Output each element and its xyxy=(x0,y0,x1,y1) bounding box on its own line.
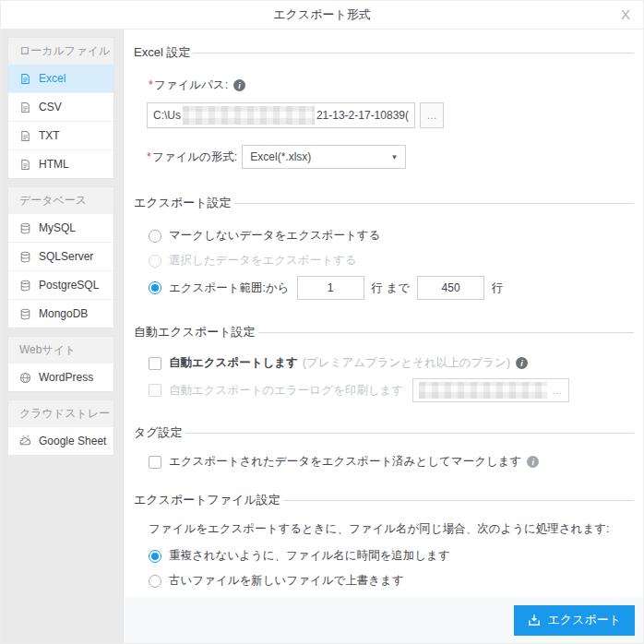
sidebar-item-csv[interactable]: CSV xyxy=(8,92,113,121)
info-icon[interactable]: i xyxy=(527,456,539,468)
sidebar-item-label: HTML xyxy=(39,158,69,171)
sidebar-group-website: Webサイト WordPress xyxy=(8,337,113,391)
section-rule xyxy=(193,53,634,54)
sidebar-group-local-files: ローカルファイル Excel CSV TXT HTML xyxy=(8,38,113,178)
sidebar-item-label: Google Sheet xyxy=(39,435,106,447)
section-title: Excel 設定 xyxy=(134,44,190,61)
file-path-label-row: *ファイルパス: i xyxy=(149,78,634,93)
redacted-path-blur xyxy=(183,106,315,125)
download-icon xyxy=(528,614,541,626)
radio-label: 古いファイルを新しいファイルで上書きます xyxy=(169,573,404,589)
section-rule xyxy=(185,433,634,434)
checkbox-row-mark-exported[interactable]: エクスポートされたデータをエクスポート済みとしてマークします i xyxy=(149,454,634,470)
radio-label: マークしないデータをエクスポートする xyxy=(169,228,380,244)
radio-export-range[interactable] xyxy=(149,281,161,294)
cloud-icon xyxy=(19,435,31,447)
file-icon xyxy=(19,73,31,85)
checkbox-label: エクスポートされたデータをエクスポート済みとしてマークします xyxy=(169,454,521,470)
dialog-titlebar: エクスポート形式 X xyxy=(1,1,643,30)
sidebar-group-database: データベース MySQL SQLServer PostgreSQL MongoD… xyxy=(8,187,113,328)
sidebar-item-txt[interactable]: TXT xyxy=(8,121,113,149)
sidebar-group-header: Webサイト xyxy=(8,337,113,363)
radio-row-add-time[interactable]: 重複されないように、ファイル名に時間を追加します xyxy=(149,548,634,564)
radio-row-selected-data[interactable]: 選択したデータをエクスポートする xyxy=(149,253,634,268)
database-icon xyxy=(19,222,31,234)
range-from-input[interactable]: 1 xyxy=(297,276,364,300)
sidebar-group-header: クラウドストレージ xyxy=(8,400,113,426)
file-format-select[interactable]: Excel(*.xlsx) ▼ xyxy=(242,145,406,169)
sidebar-group-cloud-storage: クラウドストレージ Google Sheet xyxy=(8,400,113,455)
range-mid-label: 行 まで xyxy=(372,280,411,296)
section-rule xyxy=(283,500,634,501)
file-icon xyxy=(19,159,31,171)
sidebar-item-wordpress[interactable]: WordPress xyxy=(8,363,113,391)
file-format-label: ファイルの形式: xyxy=(152,150,237,163)
sidebar-item-label: Excel xyxy=(39,72,66,85)
browse-path-button[interactable]: … xyxy=(420,102,444,128)
checkbox-row-auto-export[interactable]: 自動エクスポートします (プレミアムプランとそれ以上のプラン) i xyxy=(149,355,634,371)
section-excel-settings: Excel 設定 xyxy=(134,44,634,61)
radio-unmarked-data[interactable] xyxy=(149,230,161,243)
sidebar-group-header: データベース xyxy=(8,187,113,213)
sidebar-item-mongodb[interactable]: MongoDB xyxy=(8,299,113,328)
radio-add-time[interactable] xyxy=(149,550,161,563)
sidebar-item-postgresql[interactable]: PostgreSQL xyxy=(8,270,113,299)
sidebar-item-label: WordPress xyxy=(39,371,93,384)
file-path-row: C:\Us 21-13-2-17-10839( … xyxy=(147,102,634,128)
export-file-description-row: ファイルをエクスポートするときに、ファイル名が同じ場合、次のように処理されます: xyxy=(149,521,634,537)
sidebar-item-html[interactable]: HTML xyxy=(8,149,113,178)
export-format-dialog: エクスポート形式 X ローカルファイル Excel CSV TXT HTML xyxy=(0,0,644,644)
radio-row-overwrite[interactable]: 古いファイルを新しいファイルで上書きます xyxy=(149,573,634,589)
file-path-label: ファイルパス: xyxy=(154,78,228,91)
file-format-value: Excel(*.xlsx) xyxy=(250,150,311,163)
range-to-input[interactable]: 450 xyxy=(417,276,484,300)
export-button[interactable]: エクスポート xyxy=(514,605,635,636)
browse-log-button[interactable]: … xyxy=(549,385,565,396)
database-icon xyxy=(19,280,31,292)
checkbox-error-log[interactable] xyxy=(149,384,161,397)
range-label: エクスポート範囲:から xyxy=(169,280,290,296)
section-title: エクスポート設定 xyxy=(134,195,232,211)
sidebar-item-excel[interactable]: Excel xyxy=(8,64,113,92)
radio-selected-data[interactable] xyxy=(149,255,161,268)
info-icon[interactable]: i xyxy=(233,79,245,91)
section-title: エクスポートファイル設定 xyxy=(134,492,280,508)
dialog-footer: エクスポート xyxy=(125,597,643,643)
sidebar-item-label: PostgreSQL xyxy=(39,279,99,292)
sidebar-item-label: MongoDB xyxy=(39,307,88,320)
file-format-row: *ファイルの形式: Excel(*.xlsx) ▼ xyxy=(147,145,634,169)
error-log-path-input[interactable]: … xyxy=(412,378,569,402)
export-file-description: ファイルをエクスポートするときに、ファイル名が同じ場合、次のように処理されます: xyxy=(149,521,609,537)
file-path-suffix: 21-13-2-17-10839( xyxy=(316,109,409,122)
file-icon xyxy=(19,101,31,113)
required-mark: * xyxy=(149,78,153,91)
section-title: 自動エクスポート設定 xyxy=(134,324,256,340)
radio-row-export-range[interactable]: エクスポート範囲:から 1 行 まで 450 行 xyxy=(149,276,634,300)
sidebar-item-label: TXT xyxy=(39,129,60,142)
sidebar-item-label: SQLServer xyxy=(39,250,93,263)
close-icon[interactable]: X xyxy=(621,6,630,24)
sidebar-item-label: MySQL xyxy=(39,221,76,234)
radio-label: 選択したデータをエクスポートする xyxy=(169,253,357,268)
export-settings-panel: Excel 設定 *ファイルパス: i C:\Us 21-13-2-17-108… xyxy=(125,30,643,597)
radio-row-unmarked-data[interactable]: マークしないデータをエクスポートする xyxy=(149,228,634,244)
section-tag-settings: タグ設定 xyxy=(134,424,634,441)
checkbox-label: 自動エクスポートします xyxy=(169,355,298,371)
premium-note: (プレミアムプランとそれ以上のプラン) xyxy=(303,355,510,371)
sidebar-group-header: ローカルファイル xyxy=(8,38,113,64)
database-icon xyxy=(19,251,31,263)
required-mark: * xyxy=(147,150,151,163)
radio-label: 重複されないように、ファイル名に時間を追加します xyxy=(169,548,450,564)
file-path-input[interactable]: C:\Us 21-13-2-17-10839( xyxy=(147,102,415,128)
info-icon[interactable]: i xyxy=(516,357,528,369)
globe-icon xyxy=(19,372,31,384)
checkbox-mark-exported[interactable] xyxy=(149,456,161,469)
radio-overwrite[interactable] xyxy=(149,575,161,588)
checkbox-row-error-log[interactable]: 自動エクスポートのエラーログを印刷します … xyxy=(149,378,634,402)
format-sidebar: ローカルファイル Excel CSV TXT HTML データベース xyxy=(1,30,124,643)
sidebar-item-sqlserver[interactable]: SQLServer xyxy=(8,242,113,270)
redacted-log-blur xyxy=(419,382,547,399)
sidebar-item-mysql[interactable]: MySQL xyxy=(8,213,113,242)
checkbox-auto-export[interactable] xyxy=(149,357,161,370)
database-icon xyxy=(19,308,31,320)
